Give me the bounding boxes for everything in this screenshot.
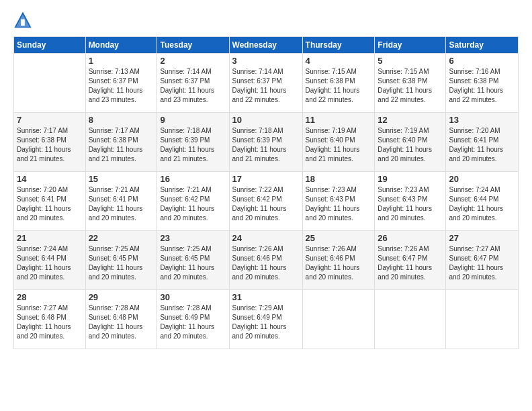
calendar-cell: 26 Sunrise: 7:26 AM Sunset: 6:47 PM Dayl… xyxy=(375,231,446,290)
day-number: 14 xyxy=(17,174,83,184)
day-number: 27 xyxy=(449,233,515,243)
week-row-4: 21 Sunrise: 7:24 AM Sunset: 6:44 PM Dayl… xyxy=(14,231,519,290)
week-row-5: 28 Sunrise: 7:27 AM Sunset: 6:48 PM Dayl… xyxy=(14,290,519,349)
day-info: Sunrise: 7:20 AM Sunset: 6:41 PM Dayligh… xyxy=(449,126,515,164)
day-info: Sunrise: 7:14 AM Sunset: 6:37 PM Dayligh… xyxy=(232,67,300,105)
week-row-2: 7 Sunrise: 7:17 AM Sunset: 6:38 PM Dayli… xyxy=(14,113,519,172)
day-info: Sunrise: 7:21 AM Sunset: 6:41 PM Dayligh… xyxy=(89,185,154,223)
calendar-cell: 13 Sunrise: 7:20 AM Sunset: 6:41 PM Dayl… xyxy=(446,113,519,172)
day-number: 17 xyxy=(232,174,300,184)
day-info: Sunrise: 7:22 AM Sunset: 6:42 PM Dayligh… xyxy=(232,185,300,223)
calendar-cell: 1 Sunrise: 7:13 AM Sunset: 6:37 PM Dayli… xyxy=(85,54,157,113)
day-number: 18 xyxy=(306,174,372,184)
weekday-header-monday: Monday xyxy=(85,37,157,54)
day-number: 7 xyxy=(17,115,83,125)
day-info: Sunrise: 7:27 AM Sunset: 6:47 PM Dayligh… xyxy=(449,244,515,282)
day-number: 29 xyxy=(89,292,154,302)
day-info: Sunrise: 7:15 AM Sunset: 6:38 PM Dayligh… xyxy=(306,67,372,105)
calendar-cell: 20 Sunrise: 7:24 AM Sunset: 6:44 PM Dayl… xyxy=(446,172,519,231)
day-info: Sunrise: 7:17 AM Sunset: 6:38 PM Dayligh… xyxy=(17,126,83,164)
day-number: 12 xyxy=(378,115,443,125)
calendar-cell xyxy=(375,290,446,349)
day-number: 19 xyxy=(378,174,443,184)
calendar-cell: 14 Sunrise: 7:20 AM Sunset: 6:41 PM Dayl… xyxy=(14,172,86,231)
weekday-header-tuesday: Tuesday xyxy=(157,37,229,54)
calendar-cell: 24 Sunrise: 7:26 AM Sunset: 6:46 PM Dayl… xyxy=(229,231,302,290)
calendar-cell: 23 Sunrise: 7:25 AM Sunset: 6:45 PM Dayl… xyxy=(157,231,229,290)
day-info: Sunrise: 7:24 AM Sunset: 6:44 PM Dayligh… xyxy=(17,244,83,282)
day-info: Sunrise: 7:26 AM Sunset: 6:46 PM Dayligh… xyxy=(306,244,372,282)
calendar-cell: 27 Sunrise: 7:27 AM Sunset: 6:47 PM Dayl… xyxy=(446,231,519,290)
day-info: Sunrise: 7:14 AM Sunset: 6:37 PM Dayligh… xyxy=(160,67,226,105)
calendar-cell: 12 Sunrise: 7:19 AM Sunset: 6:40 PM Dayl… xyxy=(375,113,446,172)
day-info: Sunrise: 7:26 AM Sunset: 6:47 PM Dayligh… xyxy=(378,244,443,282)
day-info: Sunrise: 7:25 AM Sunset: 6:45 PM Dayligh… xyxy=(89,244,154,282)
day-number: 16 xyxy=(160,174,226,184)
weekday-header-wednesday: Wednesday xyxy=(229,37,302,54)
weekday-header-sunday: Sunday xyxy=(14,37,86,54)
week-row-1: 1 Sunrise: 7:13 AM Sunset: 6:37 PM Dayli… xyxy=(14,54,519,113)
calendar-cell: 10 Sunrise: 7:18 AM Sunset: 6:39 PM Dayl… xyxy=(229,113,302,172)
calendar-cell: 31 Sunrise: 7:29 AM Sunset: 6:49 PM Dayl… xyxy=(229,290,302,349)
day-number: 3 xyxy=(232,56,300,66)
day-number: 4 xyxy=(306,56,372,66)
calendar-cell: 18 Sunrise: 7:23 AM Sunset: 6:43 PM Dayl… xyxy=(302,172,375,231)
calendar-cell: 4 Sunrise: 7:15 AM Sunset: 6:38 PM Dayli… xyxy=(302,54,375,113)
calendar-cell xyxy=(302,290,375,349)
day-number: 11 xyxy=(306,115,372,125)
day-number: 6 xyxy=(449,56,515,66)
day-number: 31 xyxy=(232,292,300,302)
day-number: 24 xyxy=(232,233,300,243)
day-number: 23 xyxy=(160,233,226,243)
calendar-table: SundayMondayTuesdayWednesdayThursdayFrid… xyxy=(13,36,519,349)
page: SundayMondayTuesdayWednesdayThursdayFrid… xyxy=(0,0,532,411)
calendar-cell: 9 Sunrise: 7:18 AM Sunset: 6:39 PM Dayli… xyxy=(157,113,229,172)
logo-icon xyxy=(13,11,32,30)
logo xyxy=(13,11,35,30)
week-row-3: 14 Sunrise: 7:20 AM Sunset: 6:41 PM Dayl… xyxy=(14,172,519,231)
day-number: 2 xyxy=(160,56,226,66)
day-info: Sunrise: 7:13 AM Sunset: 6:37 PM Dayligh… xyxy=(89,67,154,105)
day-number: 25 xyxy=(306,233,372,243)
calendar-cell: 19 Sunrise: 7:23 AM Sunset: 6:43 PM Dayl… xyxy=(375,172,446,231)
calendar-cell: 16 Sunrise: 7:21 AM Sunset: 6:42 PM Dayl… xyxy=(157,172,229,231)
day-info: Sunrise: 7:28 AM Sunset: 6:48 PM Dayligh… xyxy=(89,304,154,341)
calendar-cell: 25 Sunrise: 7:26 AM Sunset: 6:46 PM Dayl… xyxy=(302,231,375,290)
day-info: Sunrise: 7:28 AM Sunset: 6:49 PM Dayligh… xyxy=(160,304,226,341)
day-number: 9 xyxy=(160,115,226,125)
weekday-header-friday: Friday xyxy=(375,37,446,54)
calendar-cell: 7 Sunrise: 7:17 AM Sunset: 6:38 PM Dayli… xyxy=(14,113,86,172)
day-info: Sunrise: 7:29 AM Sunset: 6:49 PM Dayligh… xyxy=(232,304,300,341)
day-info: Sunrise: 7:19 AM Sunset: 6:40 PM Dayligh… xyxy=(306,126,372,164)
calendar-cell: 5 Sunrise: 7:15 AM Sunset: 6:38 PM Dayli… xyxy=(375,54,446,113)
calendar-cell xyxy=(446,290,519,349)
day-number: 8 xyxy=(89,115,154,125)
weekday-header-saturday: Saturday xyxy=(446,37,519,54)
day-number: 28 xyxy=(17,292,83,302)
day-info: Sunrise: 7:26 AM Sunset: 6:46 PM Dayligh… xyxy=(232,244,300,282)
day-number: 21 xyxy=(17,233,83,243)
day-info: Sunrise: 7:18 AM Sunset: 6:39 PM Dayligh… xyxy=(160,126,226,164)
weekday-header-row: SundayMondayTuesdayWednesdayThursdayFrid… xyxy=(14,37,519,54)
day-info: Sunrise: 7:23 AM Sunset: 6:43 PM Dayligh… xyxy=(378,185,443,223)
day-info: Sunrise: 7:25 AM Sunset: 6:45 PM Dayligh… xyxy=(160,244,226,282)
calendar-cell: 22 Sunrise: 7:25 AM Sunset: 6:45 PM Dayl… xyxy=(85,231,157,290)
weekday-header-thursday: Thursday xyxy=(302,37,375,54)
day-number: 15 xyxy=(89,174,154,184)
day-number: 20 xyxy=(449,174,515,184)
calendar-cell: 29 Sunrise: 7:28 AM Sunset: 6:48 PM Dayl… xyxy=(85,290,157,349)
calendar-cell xyxy=(14,54,86,113)
header xyxy=(13,11,519,30)
day-info: Sunrise: 7:17 AM Sunset: 6:38 PM Dayligh… xyxy=(89,126,154,164)
day-info: Sunrise: 7:24 AM Sunset: 6:44 PM Dayligh… xyxy=(449,185,515,223)
day-info: Sunrise: 7:21 AM Sunset: 6:42 PM Dayligh… xyxy=(160,185,226,223)
day-number: 13 xyxy=(449,115,515,125)
calendar-cell: 8 Sunrise: 7:17 AM Sunset: 6:38 PM Dayli… xyxy=(85,113,157,172)
day-info: Sunrise: 7:20 AM Sunset: 6:41 PM Dayligh… xyxy=(17,185,83,223)
svg-rect-2 xyxy=(21,19,25,26)
day-number: 30 xyxy=(160,292,226,302)
calendar-cell: 11 Sunrise: 7:19 AM Sunset: 6:40 PM Dayl… xyxy=(302,113,375,172)
day-number: 10 xyxy=(232,115,300,125)
day-info: Sunrise: 7:27 AM Sunset: 6:48 PM Dayligh… xyxy=(17,304,83,341)
calendar-cell: 2 Sunrise: 7:14 AM Sunset: 6:37 PM Dayli… xyxy=(157,54,229,113)
